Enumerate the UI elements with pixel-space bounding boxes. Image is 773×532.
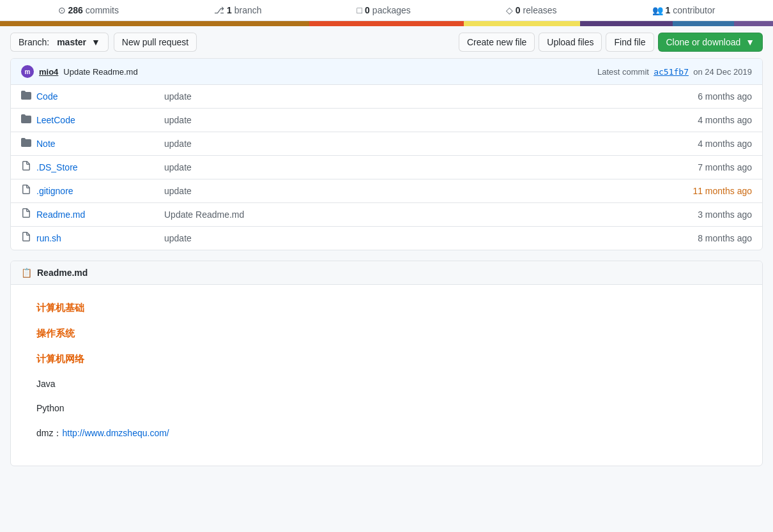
file-table: m mio4 Update Readme.md Latest commit ac… — [10, 58, 763, 250]
clone-download-button[interactable]: Clone or download ▼ — [658, 33, 763, 52]
table-row: .DS_Storeupdate7 months ago — [11, 156, 762, 179]
commits-icon: ⊙ — [58, 5, 66, 15]
table-row: Codeupdate6 months ago — [11, 85, 762, 109]
toolbar-left: Branch: master ▼ New pull request — [10, 33, 197, 52]
branches-stat[interactable]: ⎇ 1 branch — [214, 5, 262, 15]
language-segment — [464, 21, 580, 26]
language-bar — [0, 21, 773, 26]
file-time: 8 months ago — [656, 233, 752, 243]
file-name-link[interactable]: Code — [36, 91, 164, 102]
readme-item: 计算机基础 — [36, 300, 737, 315]
language-segment — [0, 21, 309, 26]
new-pr-button[interactable]: New pull request — [114, 33, 197, 52]
table-row: Noteupdate4 months ago — [11, 132, 762, 156]
table-row: LeetCodeupdate4 months ago — [11, 109, 762, 132]
clone-label: Clone or download — [666, 37, 741, 47]
readme-item: dmz：http://www.dmzshequ.com/ — [36, 426, 737, 440]
file-commit-message: Update Readme.md — [164, 209, 656, 220]
packages-icon: □ — [357, 5, 362, 15]
contributors-icon: 👥 — [652, 5, 663, 15]
file-name-link[interactable]: run.sh — [36, 233, 164, 243]
commit-header-right: Latest commit ac51fb7 on 24 Dec 2019 — [597, 67, 752, 77]
branch-label: Branch: — [19, 37, 49, 47]
readme-item: Python — [36, 401, 737, 415]
language-segment — [309, 21, 464, 26]
file-name-link[interactable]: LeetCode — [36, 115, 164, 125]
branches-count: 1 — [227, 5, 232, 15]
branch-icon: ⎇ — [214, 5, 224, 15]
find-file-button[interactable]: Find file — [606, 33, 654, 52]
readme-content: 计算机基础操作系统计算机网络JavaPythondmz：http://www.d… — [11, 285, 762, 466]
file-name-link[interactable]: Note — [36, 139, 164, 149]
readme-heading-orange: 计算机基础 — [36, 300, 737, 315]
readme-item: 计算机网络 — [36, 351, 737, 367]
readme-title: Readme.md — [37, 268, 88, 278]
packages-count: 0 — [365, 5, 370, 15]
branch-selector[interactable]: Branch: master ▼ — [10, 33, 109, 52]
commit-date: on 24 Dec 2019 — [693, 67, 752, 77]
commit-message: Update Readme.md — [63, 67, 137, 77]
releases-label: releases — [523, 5, 557, 15]
releases-stat[interactable]: ◇ 0 releases — [506, 5, 557, 15]
contributors-stat[interactable]: 👥 1 contributor — [652, 5, 716, 15]
file-time: 6 months ago — [656, 91, 752, 102]
readme-item: Java — [36, 377, 737, 391]
readme-external-link[interactable]: http://www.dmzshequ.com/ — [62, 428, 169, 438]
readme-item: 操作系统 — [36, 326, 737, 341]
file-icon — [21, 208, 31, 221]
file-name-link[interactable]: .DS_Store — [36, 162, 164, 172]
readme-heading-orange: 操作系统 — [36, 326, 737, 341]
branches-label: branch — [234, 5, 262, 15]
table-row: Readme.mdUpdate Readme.md3 months ago — [11, 203, 762, 227]
file-time: 4 months ago — [656, 115, 752, 125]
releases-icon: ◇ — [506, 5, 513, 15]
commit-hash[interactable]: ac51fb7 — [654, 67, 689, 77]
releases-count: 0 — [516, 5, 521, 15]
file-time: 4 months ago — [656, 139, 752, 149]
commits-label: commits — [86, 5, 119, 15]
packages-stat[interactable]: □ 0 packages — [357, 5, 411, 15]
file-commit-message: update — [164, 139, 656, 149]
language-segment — [580, 21, 673, 26]
create-file-button[interactable]: Create new file — [459, 33, 535, 52]
contributors-count: 1 — [666, 5, 671, 15]
avatar: m — [21, 65, 34, 78]
table-row: run.shupdate8 months ago — [11, 227, 762, 250]
file-time: 3 months ago — [656, 209, 752, 220]
file-icon — [21, 185, 31, 197]
repo-stats-bar: ⊙ 286 commits ⎇ 1 branch □ 0 packages ◇ … — [0, 0, 773, 21]
file-rows-container: Codeupdate6 months agoLeetCodeupdate4 mo… — [11, 85, 762, 250]
readme-heading-orange: 计算机网络 — [36, 351, 737, 367]
folder-icon — [21, 137, 31, 150]
file-icon — [21, 161, 31, 174]
folder-icon — [21, 90, 31, 103]
commits-count: 286 — [68, 5, 83, 15]
file-time: 7 months ago — [656, 162, 752, 172]
packages-label: packages — [372, 5, 411, 15]
latest-commit-label: Latest commit — [597, 67, 649, 77]
contributors-label: contributor — [673, 5, 715, 15]
table-row: .gitignoreupdate11 months ago — [11, 179, 762, 203]
language-segment — [734, 21, 773, 26]
commit-author[interactable]: mio4 — [39, 67, 58, 77]
toolbar: Branch: master ▼ New pull request Create… — [0, 26, 773, 58]
file-commit-message: update — [164, 91, 656, 102]
commit-header-left: m mio4 Update Readme.md — [21, 65, 138, 78]
language-segment — [673, 21, 735, 26]
file-commit-message: update — [164, 233, 656, 243]
file-commit-message: update — [164, 162, 656, 172]
file-name-link[interactable]: .gitignore — [36, 186, 164, 196]
branch-name: master — [57, 37, 86, 47]
upload-files-button[interactable]: Upload files — [539, 33, 602, 52]
file-icon — [21, 232, 31, 245]
readme-section: 📋 Readme.md 计算机基础操作系统计算机网络JavaPythondmz：… — [10, 261, 763, 466]
toolbar-right: Create new file Upload files Find file C… — [459, 33, 763, 52]
commit-header: m mio4 Update Readme.md Latest commit ac… — [11, 59, 762, 85]
commits-stat[interactable]: ⊙ 286 commits — [58, 5, 119, 15]
file-table-container: m mio4 Update Readme.md Latest commit ac… — [0, 58, 773, 250]
file-time: 11 months ago — [656, 186, 752, 196]
readme-header: 📋 Readme.md — [11, 261, 762, 285]
file-name-link[interactable]: Readme.md — [36, 209, 164, 220]
file-commit-message: update — [164, 186, 656, 196]
folder-icon — [21, 114, 31, 126]
